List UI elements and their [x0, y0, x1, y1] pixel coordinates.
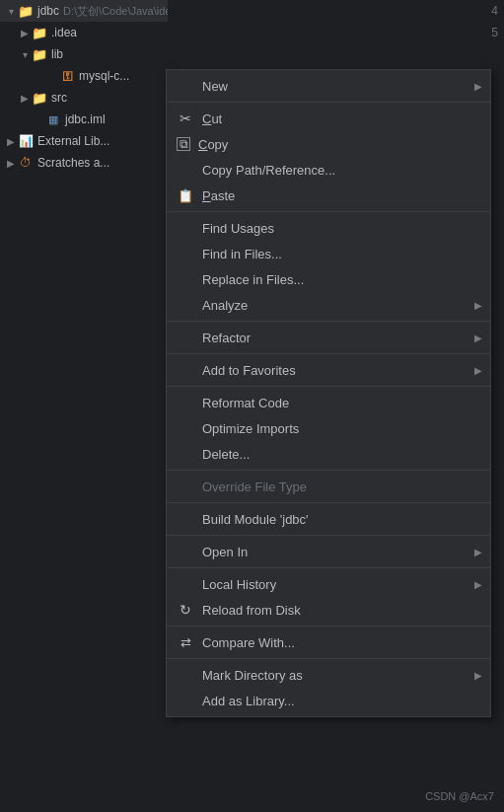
line-number-5: 5: [474, 22, 498, 43]
paste-icon: 📋: [177, 186, 194, 204]
tree-path-jdbc: D:\艾创\Code\Java\ideaworkspace\jdbc: [63, 4, 168, 19]
menu-label-open-in: Open In: [202, 545, 474, 559]
tree-item-lib[interactable]: ▾ 📁 lib: [0, 43, 168, 65]
menu-label-delete: Delete...: [202, 447, 474, 462]
tree-item-external-lib[interactable]: ▶ 📊 External Lib...: [0, 130, 168, 152]
separator-9: [167, 567, 490, 568]
watermark-text: CSDN @Acx7: [425, 790, 494, 802]
menu-label-compare-with: Compare With...: [202, 635, 474, 650]
menu-item-delete[interactable]: Delete...: [167, 441, 490, 467]
menu-item-add-as-library[interactable]: Add as Library...: [167, 688, 490, 713]
mark-directory-icon: [177, 666, 194, 684]
expand-arrow-lib: ▾: [18, 47, 32, 61]
favorites-submenu-arrow: ▶: [474, 365, 482, 376]
delete-icon: [177, 445, 194, 463]
separator-7: [167, 502, 490, 503]
menu-label-cut: Cut: [202, 111, 474, 126]
expand-arrow-extlib: ▶: [4, 134, 18, 148]
menu-item-local-history[interactable]: Local History ▶: [167, 571, 490, 597]
tree-item-idea[interactable]: ▶ 📁 .idea: [0, 22, 168, 43]
find-in-files-icon: [177, 245, 194, 262]
refactor-icon: [177, 329, 194, 346]
menu-label-override-file-type: Override File Type: [202, 480, 474, 494]
jar-icon-mysql: ⚿: [59, 68, 75, 84]
separator-10: [167, 626, 490, 627]
build-module-icon: [177, 510, 194, 528]
add-to-favorites-icon: [177, 361, 194, 379]
file-tree: ▾ 📁 jdbc D:\艾创\Code\Java\ideaworkspace\j…: [0, 0, 168, 812]
tree-item-jdbc[interactable]: ▾ 📁 jdbc D:\艾创\Code\Java\ideaworkspace\j…: [0, 0, 168, 22]
menu-item-cut[interactable]: ✂ Cut: [167, 106, 490, 131]
menu-label-replace-in-files: Replace in Files...: [202, 272, 474, 287]
menu-label-find-in-files: Find in Files...: [202, 247, 474, 261]
tree-label-idea: .idea: [51, 26, 77, 39]
menu-label-analyze: Analyze: [202, 298, 474, 313]
cut-icon: ✂: [177, 110, 194, 127]
tree-item-mysql-jar[interactable]: ⚿ mysql-c...: [0, 65, 168, 87]
menu-item-reload-from-disk[interactable]: ↻ Reload from Disk: [167, 597, 490, 623]
local-history-icon: [177, 575, 194, 593]
menu-item-replace-in-files[interactable]: Replace in Files...: [167, 266, 490, 292]
menu-item-mark-directory[interactable]: Mark Directory as ▶: [167, 662, 490, 688]
menu-item-refactor[interactable]: Refactor ▶: [167, 325, 490, 350]
menu-item-copy-path[interactable]: Copy Path/Reference...: [167, 157, 490, 183]
separator-1: [167, 102, 490, 103]
expand-arrow-mysql: [45, 69, 59, 83]
menu-item-build-module[interactable]: Build Module 'jdbc': [167, 506, 490, 532]
menu-item-add-to-favorites[interactable]: Add to Favorites ▶: [167, 357, 490, 383]
expand-arrow-src: ▶: [18, 91, 32, 105]
replace-in-files-icon: [177, 270, 194, 288]
optimize-icon: [177, 419, 194, 437]
menu-label-mark-directory: Mark Directory as: [202, 668, 474, 683]
separator-3: [167, 321, 490, 322]
menu-label-add-to-favorites: Add to Favorites: [202, 363, 474, 378]
expand-arrow-idea: ▶: [18, 26, 32, 39]
tree-label-extlib: External Lib...: [37, 134, 109, 148]
expand-arrow-scratches: ▶: [4, 156, 18, 170]
menu-item-compare-with[interactable]: ⇄ Compare With...: [167, 629, 490, 655]
menu-label-reformat-code: Reformat Code: [202, 396, 474, 410]
menu-label-refactor: Refactor: [202, 331, 474, 345]
menu-item-find-usages[interactable]: Find Usages: [167, 215, 490, 241]
tree-label-src: src: [51, 91, 67, 105]
menu-label-new: New: [202, 79, 474, 94]
menu-label-find-usages: Find Usages: [202, 221, 474, 236]
tree-item-scratches[interactable]: ▶ ⏱ Scratches a...: [0, 152, 168, 174]
analyze-submenu-arrow: ▶: [474, 300, 482, 311]
menu-label-reload-from-disk: Reload from Disk: [202, 603, 474, 618]
separator-8: [167, 535, 490, 536]
tree-item-src[interactable]: ▶ 📁 src: [0, 87, 168, 109]
menu-item-paste[interactable]: 📋 Paste: [167, 183, 490, 208]
local-history-submenu-arrow: ▶: [474, 579, 482, 590]
compare-icon: ⇄: [177, 633, 194, 651]
menu-label-build-module: Build Module 'jdbc': [202, 512, 474, 527]
menu-item-new[interactable]: New ▶: [167, 73, 490, 99]
menu-item-find-in-files[interactable]: Find in Files...: [167, 241, 490, 266]
menu-item-analyze[interactable]: Analyze ▶: [167, 292, 490, 318]
copy-path-icon: [177, 161, 194, 179]
iml-icon: ▦: [45, 111, 61, 127]
expand-arrow-jdbc: ▾: [4, 4, 18, 18]
new-submenu-arrow: ▶: [474, 81, 482, 92]
separator-6: [167, 470, 490, 471]
expand-arrow-iml: [32, 112, 45, 126]
copy-icon: ⧉: [177, 137, 190, 151]
add-as-library-icon: [177, 692, 194, 709]
tree-label-jdbc: jdbc: [37, 4, 59, 18]
mark-directory-submenu-arrow: ▶: [474, 670, 482, 681]
scratches-icon: ⏱: [18, 155, 34, 171]
open-in-icon: [177, 543, 194, 560]
menu-item-reformat-code[interactable]: Reformat Code: [167, 390, 490, 415]
analyze-icon: [177, 296, 194, 314]
refactor-submenu-arrow: ▶: [474, 332, 482, 343]
tree-label-iml: jdbc.iml: [65, 112, 106, 126]
folder-icon-idea: 📁: [32, 25, 47, 40]
menu-label-copy: Copy: [198, 137, 474, 152]
tree-label-lib: lib: [51, 47, 63, 61]
reload-icon: ↻: [177, 601, 194, 619]
menu-item-open-in[interactable]: Open In ▶: [167, 539, 490, 564]
menu-item-optimize-imports[interactable]: Optimize Imports: [167, 415, 490, 441]
menu-item-copy[interactable]: ⧉ Copy: [167, 131, 490, 157]
tree-label-scratches: Scratches a...: [37, 156, 109, 170]
tree-item-jdbc-iml[interactable]: ▦ jdbc.iml: [0, 109, 168, 130]
